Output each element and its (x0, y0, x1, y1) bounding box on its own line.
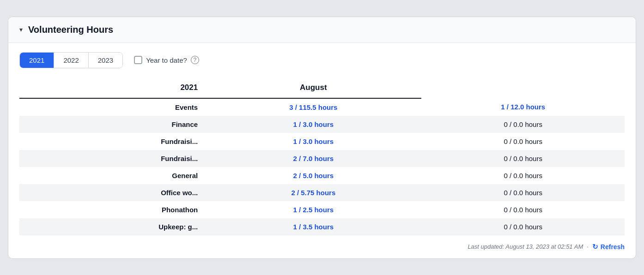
year-tabs: 2021 2022 2023 (19, 52, 123, 68)
table-row: Fundraisi...1 / 3.0 hours0 / 0.0 hours (19, 133, 625, 150)
row-label: General (19, 167, 205, 184)
row-col1-value[interactable]: 1 / 3.0 hours (205, 116, 421, 133)
table-row: Office wo...2 / 5.75 hours0 / 0.0 hours (19, 184, 625, 201)
row-col1-value[interactable]: 1 / 3.0 hours (205, 133, 421, 150)
row-col1-value[interactable]: 2 / 5.75 hours (205, 184, 421, 201)
card-title: Volunteering Hours (28, 24, 113, 35)
refresh-label: Refresh (601, 243, 625, 251)
row-col1-value[interactable]: 2 / 7.0 hours (205, 150, 421, 167)
row-col2-value[interactable]: 1 / 12.0 hours (421, 98, 625, 116)
row-col1-value[interactable]: 1 / 2.5 hours (205, 201, 421, 218)
ytd-label-text: Year to date? (146, 56, 187, 64)
row-col2-value: 0 / 0.0 hours (421, 116, 625, 133)
chevron-icon[interactable]: ▾ (19, 26, 23, 33)
help-icon[interactable]: ? (191, 56, 199, 64)
row-col1-value[interactable]: 1 / 3.5 hours (205, 218, 421, 235)
table-row: General2 / 5.0 hours0 / 0.0 hours (19, 167, 625, 184)
row-label: Phonathon (19, 201, 205, 218)
table-row: Events3 / 115.5 hours1 / 12.0 hours (19, 98, 625, 116)
row-col2-value: 0 / 0.0 hours (421, 133, 625, 150)
card-body: 2021 2022 2023 Year to date? ? 2021 Augu… (8, 43, 636, 235)
ytd-checkbox[interactable] (134, 56, 142, 64)
year-tab-2023[interactable]: 2023 (89, 53, 122, 68)
row-label: Fundraisi... (19, 133, 205, 150)
ytd-toggle-label[interactable]: Year to date? ? (134, 56, 199, 64)
separator-dot: · (587, 243, 589, 250)
table-row: Upkeep: g...1 / 3.5 hours0 / 0.0 hours (19, 218, 625, 235)
row-label: Finance (19, 116, 205, 133)
row-col1-value[interactable]: 2 / 5.0 hours (205, 167, 421, 184)
row-label: Fundraisi... (19, 150, 205, 167)
table-row: Finance1 / 3.0 hours0 / 0.0 hours (19, 116, 625, 133)
table-row: Phonathon1 / 2.5 hours0 / 0.0 hours (19, 201, 625, 218)
hours-table: 2021 August Events3 / 115.5 hours1 / 12.… (19, 79, 625, 235)
refresh-button[interactable]: ↻ Refresh (592, 243, 625, 251)
row-label: Events (19, 98, 205, 116)
year-tab-2022[interactable]: 2022 (54, 53, 88, 68)
card-header: ▾ Volunteering Hours (8, 17, 636, 43)
volunteering-hours-card: ▾ Volunteering Hours 2021 2022 2023 Year… (8, 17, 636, 259)
table-col1-header: 2021 (19, 79, 205, 98)
refresh-icon: ↻ (592, 243, 598, 251)
row-label: Office wo... (19, 184, 205, 201)
row-col2-value: 0 / 0.0 hours (421, 150, 625, 167)
controls-row: 2021 2022 2023 Year to date? ? (19, 52, 625, 68)
row-col2-value: 0 / 0.0 hours (421, 184, 625, 201)
row-col2-value: 0 / 0.0 hours (421, 167, 625, 184)
last-updated-text: Last updated: August 13, 2023 at 02:51 A… (468, 243, 583, 250)
row-col2-value: 0 / 0.0 hours (421, 218, 625, 235)
year-tab-2021[interactable]: 2021 (20, 53, 54, 68)
card-footer: Last updated: August 13, 2023 at 02:51 A… (8, 235, 636, 258)
table-col2-header: August (205, 79, 421, 98)
row-label: Upkeep: g... (19, 218, 205, 235)
row-col1-value[interactable]: 3 / 115.5 hours (205, 98, 421, 116)
row-col2-value: 0 / 0.0 hours (421, 201, 625, 218)
table-row: Fundraisi...2 / 7.0 hours0 / 0.0 hours (19, 150, 625, 167)
